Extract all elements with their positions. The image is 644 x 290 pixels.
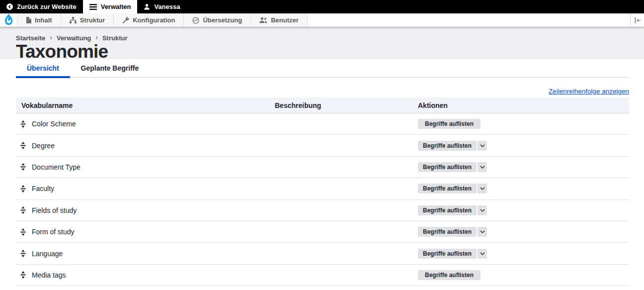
vocabulary-name: Faculty [32,185,54,193]
drag-handle-icon[interactable] [20,142,26,149]
manage-tab[interactable]: Verwalten [83,0,138,13]
dropbutton-toggle[interactable] [478,141,487,151]
dropbutton: Begriffe auflisten [418,119,481,129]
dropbutton: Begriffe auflisten [418,270,481,280]
drupal-logo-icon [3,14,14,26]
dropbutton: Begriffe auflisten [418,205,487,215]
show-row-weights-link[interactable]: Zeilenreihenfolge anzeigen [549,88,629,95]
breadcrumb-struktur[interactable]: Struktur [102,34,128,42]
dropbutton: Begriffe auflisten [418,249,487,259]
breadcrumb: Startseite › Verwaltung › Struktur [16,34,644,42]
chevron-down-icon [480,209,485,212]
back-to-site-button[interactable]: Zurück zur Website [0,0,83,13]
dropbutton-toggle[interactable] [478,205,487,215]
drag-handle-icon[interactable] [20,228,26,236]
breadcrumb-startseite[interactable]: Startseite [16,34,45,42]
list-terms-button[interactable]: Begriffe auflisten [418,205,477,215]
dropbutton: Begriffe auflisten [418,184,487,193]
vocabulary-name-cell: Document Type [16,163,275,171]
wrench-icon [122,17,129,24]
vocabulary-actions-cell: Begriffe auflisten [418,227,629,237]
vocabulary-actions-cell: Begriffe auflisten [418,205,629,215]
chevron-down-icon [480,230,485,233]
dropbutton-toggle[interactable] [478,162,487,172]
vocabulary-actions-cell: Begriffe auflisten [418,184,629,193]
drag-handle-icon[interactable] [20,271,26,279]
list-terms-button[interactable]: Begriffe auflisten [418,249,477,259]
chevron-down-icon [480,252,485,255]
table-row: Color Scheme Begriffe auflisten [16,113,629,135]
users-icon [259,17,267,23]
list-terms-button[interactable]: Begriffe auflisten [418,141,477,151]
vocabulary-table-body: Color Scheme Begriffe auflisten Degree [16,113,629,286]
toolbar-orientation-toggle[interactable] [630,13,644,27]
table-row: Fields of study Begriffe auflisten [16,200,629,221]
document-icon [26,17,31,23]
chevron-right-icon: › [50,34,52,42]
vocabulary-name: Language [32,250,63,258]
table-row: Faculty Begriffe auflisten [16,178,629,199]
vocabulary-name: Media tags [32,271,66,279]
vocabulary-name-cell: Degree [16,142,275,150]
chevron-down-icon [480,144,485,147]
vocabulary-name-cell: Faculty [16,185,275,193]
user-menu[interactable]: Vanessa [137,0,186,13]
hamburger-icon [89,4,97,10]
table-row: Media tags Begriffe auflisten [16,265,629,286]
toolbar-orientation-icon [634,17,641,23]
toolbar-item-struktur[interactable]: Struktur [61,13,114,27]
dropbutton-toggle[interactable] [478,249,487,259]
drag-handle-icon[interactable] [20,185,26,193]
vocabulary-table: Vokabularname Beschreibung Aktionen Colo… [16,97,629,286]
vocabulary-name: Document Type [32,163,80,171]
page-title: Taxonomie [16,43,644,61]
vocabulary-name-cell: Fields of study [16,206,275,214]
header-vokabularname: Vokabularname [16,101,275,109]
manage-label: Verwalten [101,3,131,10]
tab-uebersicht[interactable]: Übersicht [16,59,70,77]
vocabulary-name: Fields of study [32,206,77,214]
drag-handle-icon[interactable] [20,120,26,128]
vocabulary-name-cell: Language [16,250,275,258]
header-aktionen: Aktionen [418,101,629,109]
list-terms-button[interactable]: Begriffe auflisten [418,162,477,172]
tab-geplante-begriffe[interactable]: Geplante Begriffe [70,59,150,77]
globe-icon [192,17,199,24]
list-terms-button[interactable]: Begriffe auflisten [418,270,481,280]
toolbar-item-benutzer[interactable]: Benutzer [250,13,308,27]
dropbutton: Begriffe auflisten [418,162,487,172]
list-terms-button[interactable]: Begriffe auflisten [418,119,481,129]
toolbar-item-uebersetzung[interactable]: Übersetzung [183,13,250,27]
dropbutton: Begriffe auflisten [418,227,487,237]
drag-handle-icon[interactable] [20,206,26,214]
dropbutton-toggle[interactable] [478,227,487,237]
dropbutton-toggle[interactable] [478,184,487,193]
drag-handle-icon[interactable] [20,250,26,257]
tabs-bar: Übersicht Geplante Begriffe [16,59,629,78]
page-header: Startseite › Verwaltung › Struktur Taxon… [0,28,644,59]
dropbutton: Begriffe auflisten [418,141,487,151]
list-terms-button[interactable]: Begriffe auflisten [418,184,477,193]
vocabulary-actions-cell: Begriffe auflisten [418,141,629,151]
home-button[interactable] [0,13,17,27]
back-to-site-label: Zurück zur Website [17,3,77,10]
vocabulary-actions-cell: Begriffe auflisten [418,270,629,280]
table-row: Document Type Begriffe auflisten [16,157,629,178]
toolbar-item-inhalt[interactable]: Inhalt [17,13,61,27]
vocabulary-actions-cell: Begriffe auflisten [418,249,629,259]
vocabulary-name-cell: Media tags [16,271,275,279]
sitemap-icon [70,17,77,23]
toolbar-item-konfiguration[interactable]: Konfiguration [113,13,183,27]
table-row: Form of study Begriffe auflisten [16,221,629,243]
chevron-right-icon: › [95,34,98,42]
chevron-down-icon [480,166,485,169]
table-header-row: Vokabularname Beschreibung Aktionen [16,97,629,113]
vocabulary-actions-cell: Begriffe auflisten [418,119,629,129]
toolbar-item-label: Benutzer [271,16,299,24]
breadcrumb-verwaltung[interactable]: Verwaltung [57,34,91,42]
chevron-down-icon [480,187,485,190]
vocabulary-actions-cell: Begriffe auflisten [418,162,629,172]
vocabulary-name-cell: Color Scheme [16,120,275,128]
drag-handle-icon[interactable] [20,163,26,171]
list-terms-button[interactable]: Begriffe auflisten [418,227,477,237]
